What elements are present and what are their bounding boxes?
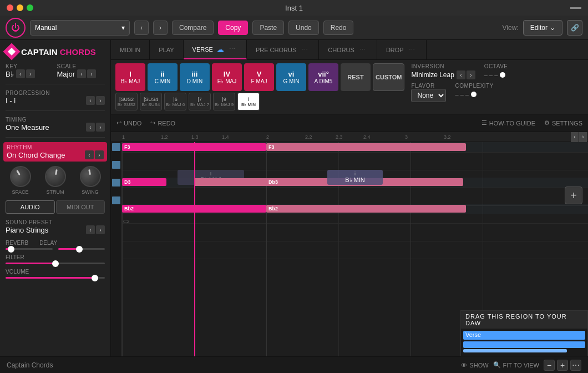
copy-button[interactable]: Copy <box>218 21 248 35</box>
daw-preview[interactable]: Verse <box>461 329 587 356</box>
how-to-guide-btn[interactable]: ☰ HOW-TO GUIDE <box>481 119 535 127</box>
close-dot[interactable] <box>7 4 13 11</box>
chord-sus2[interactable]: |SUS2 B♭ SUS2 <box>115 93 138 110</box>
inversion-next[interactable]: › <box>467 70 475 79</box>
swing-knob[interactable] <box>78 164 102 189</box>
redo-button[interactable]: Redo <box>323 21 354 35</box>
octave-dot[interactable] <box>500 72 505 78</box>
chord-I[interactable]: I B♭ MAJ <box>115 63 145 91</box>
sound-preset-arrows[interactable]: ‹ › <box>86 225 105 234</box>
key-arrows[interactable]: ‹ › <box>16 69 35 78</box>
verse-menu-icon[interactable]: ⋯ <box>227 44 237 54</box>
progression-section: PROGRESSION I - i ‹ › <box>6 90 105 105</box>
volume-label: VOLUME <box>6 269 105 275</box>
nav-left-arrow[interactable]: ‹ <box>571 132 579 143</box>
space-knob[interactable] <box>6 162 35 191</box>
tab-pre-chorus[interactable]: PRE CHORUS ⋯ <box>247 40 319 59</box>
zoom-menu-button[interactable]: ⋯ <box>570 360 581 371</box>
progression-row: I - i ‹ › <box>6 96 105 105</box>
scale-next[interactable]: › <box>87 69 96 78</box>
delay-thumb[interactable] <box>76 246 83 253</box>
scale-prev[interactable]: ‹ <box>77 69 86 78</box>
timing-next[interactable]: › <box>96 123 105 132</box>
settings-btn[interactable]: ⚙ SETTINGS <box>544 119 582 127</box>
key-next[interactable]: › <box>26 69 35 78</box>
compare-button[interactable]: Compare <box>172 21 214 35</box>
progression-arrows[interactable]: ‹ › <box>86 96 105 105</box>
tab-chorus[interactable]: CHORUS ⋯ <box>319 40 377 59</box>
link-button[interactable]: 🔗 <box>567 20 582 36</box>
note-d3-bb[interactable] <box>194 178 277 186</box>
window-controls[interactable] <box>7 4 33 11</box>
chord-rest[interactable]: REST <box>341 63 371 91</box>
time-13: 1.3 <box>191 134 199 140</box>
midi-out-tab[interactable]: MIDI OUT <box>56 200 105 214</box>
key-prev[interactable]: ‹ <box>16 69 25 78</box>
chord-i-minor[interactable]: i B♭ MIN <box>237 93 260 110</box>
chord-ii[interactable]: ii C MIN <box>148 63 178 91</box>
note-d3-1[interactable]: D3 <box>122 178 166 186</box>
chord-vi[interactable]: vi G MIN <box>276 63 306 91</box>
timing-prev[interactable]: ‹ <box>86 123 95 132</box>
paste-button[interactable]: Paste <box>252 21 284 35</box>
preset-prev[interactable]: ‹ <box>86 225 95 234</box>
key-label: KEY <box>6 63 54 69</box>
chord-vii[interactable]: vii° A DIM5 <box>308 63 338 91</box>
nav-forward-button[interactable]: › <box>153 21 168 35</box>
nav-back-button[interactable]: ‹ <box>134 21 149 35</box>
chord-7[interactable]: |7 B♭ MAJ 7 <box>189 93 211 110</box>
tab-midi-in[interactable]: MIDI IN <box>111 40 150 59</box>
prog-next[interactable]: › <box>96 96 105 105</box>
chord-6[interactable]: |6 B♭ MAJ 6 <box>164 93 186 110</box>
show-button[interactable]: 👁 SHOW <box>461 362 488 369</box>
filter-thumb[interactable] <box>52 260 59 267</box>
zoom-out-button[interactable]: − <box>544 360 555 371</box>
rhythm-next[interactable]: › <box>95 150 104 159</box>
flavor-select[interactable]: None <box>411 89 446 102</box>
undo-action[interactable]: ↩ UNDO <box>116 119 141 127</box>
chord-V[interactable]: V F MAJ <box>244 63 274 91</box>
zoom-in-button[interactable]: + <box>557 360 568 371</box>
fit-to-view-button[interactable]: 🔍 FIT TO VIEW <box>493 361 539 369</box>
undo-button[interactable]: Undo <box>288 21 319 35</box>
volume-thumb[interactable] <box>92 275 98 281</box>
add-note-button[interactable]: + <box>565 186 582 204</box>
view-editor-button[interactable]: Editor ⌄ <box>523 20 562 36</box>
tab-play[interactable]: PLAY <box>150 40 183 59</box>
drop-menu-icon[interactable]: ⋯ <box>407 45 417 55</box>
prog-prev[interactable]: ‹ <box>86 96 95 105</box>
maximize-dot[interactable] <box>27 4 33 11</box>
minimize-dot[interactable] <box>17 4 23 11</box>
rhythm-arrows[interactable]: ‹ › <box>85 150 104 159</box>
chord-IV[interactable]: IV E♭ MAJ <box>212 63 242 91</box>
chord-iii[interactable]: iii D MIN <box>180 63 210 91</box>
note-db3[interactable]: Db3 <box>266 178 463 186</box>
strum-knob[interactable] <box>43 164 67 189</box>
captain-word: CAPTAIN <box>21 47 58 57</box>
inversion-prev[interactable]: ‹ <box>457 70 465 79</box>
inversion-arrows[interactable]: ‹ › <box>457 70 475 79</box>
audio-tab[interactable]: AUDIO <box>6 200 55 214</box>
reverb-thumb[interactable] <box>8 246 14 253</box>
time-23: 2.3 <box>336 134 343 140</box>
timing-arrows[interactable]: ‹ › <box>86 123 105 132</box>
power-button[interactable]: ⏻ <box>6 18 26 38</box>
chord-custom[interactable]: CUSTOM <box>373 63 404 91</box>
tab-verse[interactable]: VERSE ☁ ⋯ <box>184 40 247 59</box>
scale-arrows[interactable]: ‹ › <box>77 69 96 78</box>
preset-dropdown[interactable]: Manual ▾ <box>30 20 130 36</box>
note-f3-2[interactable]: F3 <box>266 143 466 151</box>
preset-next[interactable]: › <box>96 225 105 234</box>
prechorus-menu-icon[interactable]: ⋯ <box>300 45 310 55</box>
octave-label: OCTAVE <box>484 63 508 69</box>
complexity-dot[interactable] <box>471 92 477 97</box>
note-bb2-2[interactable]: Bb2 <box>266 205 466 213</box>
redo-action[interactable]: ↪ REDO <box>150 119 175 127</box>
chorus-menu-icon[interactable]: ⋯ <box>358 45 368 55</box>
chord-sus4[interactable]: |SUS4 B♭ SUS4 <box>140 93 162 110</box>
rhythm-prev[interactable]: ‹ <box>85 150 94 159</box>
nav-right-arrow[interactable]: › <box>579 132 587 143</box>
complexity-section: COMPLEXITY – – – <box>455 83 493 102</box>
tab-drop[interactable]: DROP ⋯ <box>377 40 427 59</box>
chord-9[interactable]: |9 B♭ MAJ 9 <box>213 93 235 110</box>
